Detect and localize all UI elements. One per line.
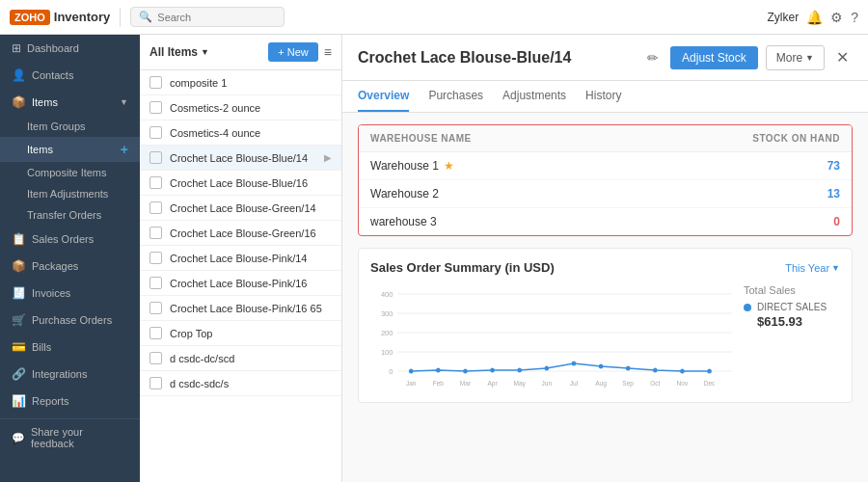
sidebar-sub-composite-items[interactable]: Composite Items xyxy=(0,162,140,183)
sidebar-item-label: Reports xyxy=(32,395,69,407)
item-checkbox[interactable] xyxy=(149,126,162,139)
item-checkbox[interactable] xyxy=(149,377,162,389)
sidebar-item-dashboard[interactable]: ⊞ Dashboard xyxy=(0,35,140,62)
edit-icon[interactable]: ✏ xyxy=(643,46,663,69)
sidebar-item-contacts[interactable]: 👤 Contacts xyxy=(0,62,140,89)
list-item[interactable]: Cosmetics-2 ounce xyxy=(140,95,341,120)
list-item[interactable]: Crochet Lace Blouse-Pink/16 65 xyxy=(140,296,341,321)
item-checkbox[interactable] xyxy=(149,327,162,339)
svg-text:Jul: Jul xyxy=(570,380,579,387)
settings-icon[interactable]: ⚙ xyxy=(830,10,843,25)
svg-text:400: 400 xyxy=(381,290,393,299)
divider xyxy=(120,8,121,27)
list-item[interactable]: Crochet Lace Blouse-Blue/16 xyxy=(140,171,341,196)
items-list-header: All Items ▼ + New ≡ xyxy=(140,35,341,70)
integrations-icon: 🔗 xyxy=(12,367,26,381)
adjust-stock-button[interactable]: Adjust Stock xyxy=(670,46,758,69)
sidebar-sub-item-groups[interactable]: Item Groups xyxy=(0,116,140,137)
tab-overview[interactable]: Overview xyxy=(358,81,409,112)
sidebar-sub-item-adjustments[interactable]: Item Adjustments xyxy=(0,183,140,204)
list-view-icon[interactable]: ≡ xyxy=(324,44,332,60)
sidebar-item-purchase-orders[interactable]: 🛒 Purchase Orders xyxy=(0,307,140,334)
list-item[interactable]: Crop Top xyxy=(140,321,341,346)
item-checkbox[interactable] xyxy=(149,302,162,314)
list-item[interactable]: Crochet Lace Blouse-Green/14 xyxy=(140,196,341,221)
sidebar-sub-transfer-orders[interactable]: Transfer Orders xyxy=(0,204,140,226)
item-name: Cosmetics-2 ounce xyxy=(170,102,332,114)
list-item[interactable]: d csdc-sdc/s xyxy=(140,371,341,396)
list-item[interactable]: d csdc-dc/scd xyxy=(140,346,341,371)
warehouse-table: WAREHOUSE NAME STOCK ON HAND Warehouse 1… xyxy=(359,125,852,235)
search-bar[interactable]: 🔍 xyxy=(130,7,285,27)
item-checkbox[interactable] xyxy=(149,201,162,214)
close-icon[interactable]: ✕ xyxy=(832,44,853,70)
sidebar-item-packages[interactable]: 📦 Packages xyxy=(0,253,140,280)
warehouse-name-cell: Warehouse 2 xyxy=(359,180,619,208)
svg-point-17 xyxy=(599,364,604,369)
item-name: d csdc-dc/scd xyxy=(170,353,332,364)
svg-point-14 xyxy=(517,368,522,373)
tab-purchases[interactable]: Purchases xyxy=(428,81,483,112)
svg-text:300: 300 xyxy=(381,309,393,318)
add-item-icon[interactable]: + xyxy=(121,142,128,157)
sidebar-item-invoices[interactable]: 🧾 Invoices xyxy=(0,280,140,307)
sidebar-item-sales-orders[interactable]: 📋 Sales Orders xyxy=(0,226,140,253)
sales-section: Sales Order Summary (in USD) This Year ▼ xyxy=(358,248,853,403)
more-button[interactable]: More ▼ xyxy=(766,45,825,70)
item-checkbox[interactable] xyxy=(149,101,162,114)
svg-text:Sep: Sep xyxy=(622,380,634,388)
item-checkbox[interactable] xyxy=(149,277,162,289)
search-input[interactable] xyxy=(157,12,273,23)
item-name: Cosmetics-4 ounce xyxy=(170,127,332,139)
svg-point-13 xyxy=(490,368,495,373)
sidebar-item-bills[interactable]: 💳 Bills xyxy=(0,334,140,361)
star-icon: ★ xyxy=(444,159,454,173)
item-name: Crochet Lace Blouse-Blue/14 xyxy=(170,152,316,164)
reports-icon: 📊 xyxy=(12,394,26,408)
list-item[interactable]: composite 1 xyxy=(140,70,341,95)
svg-text:Nov: Nov xyxy=(677,380,689,387)
list-item[interactable]: Crochet Lace Blouse-Pink/14 xyxy=(140,246,341,271)
all-items-dropdown[interactable]: All Items ▼ xyxy=(149,45,209,59)
item-checkbox[interactable] xyxy=(149,151,162,164)
list-item[interactable]: Cosmetics-4 ounce xyxy=(140,120,341,146)
this-year-button[interactable]: This Year ▼ xyxy=(785,262,840,274)
sidebar-item-label: Integrations xyxy=(32,368,87,380)
svg-point-21 xyxy=(707,369,712,374)
stock-on-hand-cell: 0 xyxy=(619,208,852,236)
list-item[interactable]: Crochet Lace Blouse-Blue/14 ▶ xyxy=(140,146,341,171)
warehouse-table-container: WAREHOUSE NAME STOCK ON HAND Warehouse 1… xyxy=(358,124,853,236)
svg-point-19 xyxy=(653,368,658,373)
svg-point-11 xyxy=(436,368,441,373)
stock-on-hand-cell: 73 xyxy=(619,152,852,180)
svg-point-16 xyxy=(572,362,577,366)
help-icon[interactable]: ? xyxy=(851,10,858,25)
item-name: Crochet Lace Blouse-Green/16 xyxy=(170,228,332,239)
list-item[interactable]: Crochet Lace Blouse-Green/16 xyxy=(140,221,341,246)
item-checkbox[interactable] xyxy=(149,76,162,89)
sidebar-item-items[interactable]: 📦 Items ▼ xyxy=(0,89,140,116)
item-checkbox[interactable] xyxy=(149,176,162,189)
item-checkbox[interactable] xyxy=(149,227,162,239)
sidebar-item-reports[interactable]: 📊 Reports xyxy=(0,388,140,415)
sidebar-item-integrations[interactable]: 🔗 Integrations xyxy=(0,361,140,388)
new-button[interactable]: + New xyxy=(268,42,318,62)
item-checkbox[interactable] xyxy=(149,252,162,264)
sidebar-item-label: Sales Orders xyxy=(32,233,94,245)
sales-chart: 400 300 200 100 0 xyxy=(370,284,732,390)
notification-icon[interactable]: 🔔 xyxy=(806,10,823,25)
tab-adjustments[interactable]: Adjustments xyxy=(502,81,566,112)
sidebar-sub-items[interactable]: Items + xyxy=(0,137,140,162)
dashboard-icon: ⊞ xyxy=(12,41,21,55)
legend-details: DIRECT SALES $615.93 xyxy=(757,302,827,329)
bills-icon: 💳 xyxy=(12,340,26,354)
warehouse-name-col-header: WAREHOUSE NAME xyxy=(359,125,619,152)
sidebar-item-label: Packages xyxy=(32,260,78,272)
item-checkbox[interactable] xyxy=(149,352,162,364)
detail-panel: Crochet Lace Blouse-Blue/14 ✏ Adjust Sto… xyxy=(342,35,868,482)
invoices-icon: 🧾 xyxy=(12,286,26,300)
this-year-label: This Year xyxy=(785,262,829,274)
list-item[interactable]: Crochet Lace Blouse-Pink/16 xyxy=(140,271,341,296)
share-feedback[interactable]: 💬 Share your feedback xyxy=(0,418,140,456)
tab-history[interactable]: History xyxy=(585,81,621,112)
